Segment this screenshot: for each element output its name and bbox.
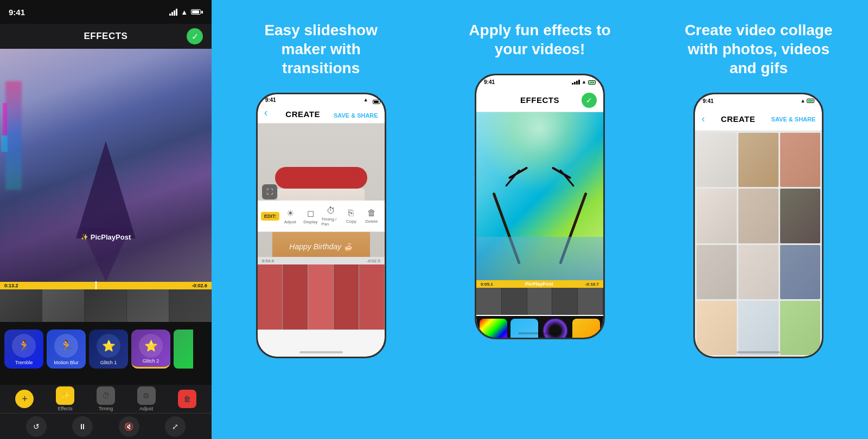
filmstrip [476,288,603,315]
effect-glitch2[interactable]: ⭐ Glitch 2 [131,330,170,369]
display-label: Display [303,220,317,224]
playhead [95,281,97,290]
phone-screen-3: 9:41 ▲ [476,75,603,338]
status-bar: 9:41 ▲ [0,0,212,24]
ring-effect[interactable]: Ring [541,319,569,338]
status-icons: ▲ [800,98,814,104]
timeline-left: 8:54.8 [262,259,274,263]
grid-cell-11[interactable] [738,301,778,355]
effects-label: Effects [58,406,73,411]
bottom-toolbar: + ✨ Effects ⏱ Timing ⚙ Adjust 🗑 ↺ [0,385,212,439]
timeline-bar: 0:05.1 PicPlayPost -0:10.7 [476,280,603,288]
delete-edit-button[interactable]: 🗑 Delete [362,208,381,224]
panel-effects-demo: 9:41 ▲ EFFECTS ✓ [0,0,212,439]
status-bar: 9:41 ▲ [695,94,822,107]
mute-button[interactable]: 🔇 [119,416,139,437]
save-share-button[interactable]: SAVE & SHARE [334,112,378,119]
timing-icon: ⏱ [327,206,335,216]
timing-button[interactable]: ⏱ Timing [97,386,115,411]
film-cell [502,288,527,315]
display-edit-button[interactable]: ◻ Display [301,208,321,224]
grid-cell-1[interactable] [697,133,737,187]
grid-cell-12[interactable] [780,301,820,355]
copy-icon: ⎘ [348,208,354,218]
fullscreen-button[interactable]: ⤢ [165,416,186,437]
fullscreen-icon[interactable]: ⛶ [262,184,277,199]
effect-next[interactable] [174,330,193,369]
timeline-bar[interactable]: 0:13.2 -0:02.6 [0,282,212,289]
glitch-strip-2 [1,135,8,152]
film-cell [42,289,85,322]
film-cell [578,288,603,315]
effect-tremble[interactable]: 🏃 Tremble [4,330,43,369]
timing-edit-button[interactable]: ⏱ Timing / Pan [321,206,341,227]
rainbow-effect[interactable]: Rainbow [480,319,507,338]
adjust-button[interactable]: ⚙ Adjust [137,386,156,411]
delete-icon: 🗑 [178,390,196,408]
effect-glitch1[interactable]: ⭐ Glitch 1 [89,330,128,369]
home-indicator [737,351,780,353]
battery-small [373,96,380,106]
home-indicator [518,332,561,334]
frond-left [508,166,528,179]
grid-cell-6[interactable] [780,189,820,243]
timeline: 8:54.8 -0:02.5 [258,257,385,264]
effect-glitch2-icon: ⭐ [139,334,163,358]
rewind-button[interactable]: ↺ [26,416,47,437]
grid-cell-5[interactable] [738,189,778,243]
magic-icon: ✨ [81,234,88,241]
wifi-indicator: ▲ [363,97,368,102]
adjust-icon: ☀ [286,208,294,218]
grid-cell-7[interactable] [697,245,737,299]
film-cell [258,264,283,330]
watermark: ✨ EFFECTS PicPlayPost [81,233,131,241]
status-time: 9:41 [9,8,25,17]
panel-slideshow: Easy slideshow maker with transitions 9:… [212,0,430,439]
status-bar: 9:41 ▲ [476,75,603,88]
panel2-heading: Easy slideshow maker with transitions [229,21,413,78]
timeline-remaining-time: -0:02.6 [192,283,207,288]
film-cell [0,289,42,322]
screen-title: CREATE [272,109,334,119]
copy-label: Copy [346,219,356,224]
toolbar-bottom: ↺ ⏸ 🔇 ⤢ [0,413,212,439]
effect-motion-blur[interactable]: 🏃 Motion Blur [47,330,86,369]
panel4-heading: Create video collage with photos, videos… [666,21,851,78]
video-preview: ✨ EFFECTS PicPlayPost [0,49,212,282]
grid-cell-9[interactable] [780,245,820,299]
effects-row: 🏃 Tremble 🏃 Motion Blur ⭐ Glitch 1 ⭐ Gli… [0,323,212,375]
confirm-button[interactable]: ✓ [187,28,203,44]
status-time: 9:41 [703,98,713,104]
effects-header: EFFECTS ✓ [476,88,603,112]
lights-effect[interactable]: Lights [572,319,600,338]
copy-edit-button[interactable]: ⎘ Copy [342,208,361,224]
battery-icon [807,99,814,103]
edit-tag: EDIT: [261,212,280,221]
phone-mockup-3: 9:41 ▲ [475,74,605,339]
back-button[interactable]: ‹ [264,106,268,119]
tree-shape [76,141,136,238]
delete-button[interactable]: 🗑 [178,390,196,408]
header-title: EFFECTS [84,31,128,42]
panel-collage: Create video collage with photos, videos… [649,0,868,439]
effects-button[interactable]: ✨ Effects [56,386,74,411]
grid-cell-4[interactable] [697,189,737,243]
confirm-button[interactable]: ✓ [582,93,597,108]
effects-strip: Rainbow Clouds Ring Lights [476,316,603,338]
grid-cell-8[interactable] [738,245,778,299]
grid-cell-10[interactable] [697,301,737,355]
adjust-edit-button[interactable]: ☀ Adjust [280,208,300,224]
app-header: EFFECTS ✓ [0,24,212,49]
grid-cell-2[interactable] [738,133,778,187]
grid-cell-3[interactable] [780,133,820,187]
save-share-button[interactable]: SAVE & SHARE [771,116,816,122]
edit-toolbar: EDIT: ☀ Adjust ◻ Display ⏱ Timing / Pan [258,201,385,232]
effect-motion-blur-icon: 🏃 [54,334,78,358]
frond-right2 [559,169,575,187]
clouds-effect[interactable]: Clouds [510,319,538,338]
play-button[interactable]: ⏸ [72,416,93,437]
film-cell [552,288,578,315]
add-button[interactable]: + [15,390,34,408]
phone-frame-2: 9:41 ▲ ‹ CREATE SAVE & SHARE [256,93,386,358]
film-cell [527,288,553,315]
